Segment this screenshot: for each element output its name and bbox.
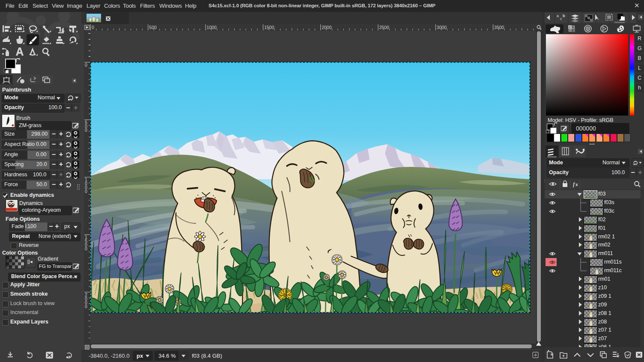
- svg-text:f: f: [573, 181, 575, 187]
- svg-text:500: 500: [149, 25, 157, 30]
- svg-text:0: 0: [85, 246, 87, 251]
- svg-text:x: x: [575, 182, 578, 187]
- svg-text:3500: 3500: [494, 25, 504, 30]
- svg-text:Y K: Y K: [569, 29, 574, 32]
- svg-text:2500: 2500: [379, 25, 390, 30]
- svg-text:3000: 3000: [437, 25, 447, 30]
- svg-text:C M: C M: [569, 26, 574, 29]
- svg-text:1500: 1500: [264, 25, 274, 30]
- svg-text:a: a: [557, 14, 559, 18]
- svg-text:1000: 1000: [207, 25, 217, 30]
- svg-text:0: 0: [85, 128, 87, 133]
- svg-text:0: 0: [92, 25, 94, 30]
- svg-text:c: c: [560, 17, 562, 21]
- svg-text:0: 0: [85, 62, 87, 68]
- svg-text:0: 0: [85, 304, 87, 309]
- svg-text:b: b: [563, 14, 565, 18]
- svg-text:2000: 2000: [322, 25, 332, 30]
- svg-text:0: 0: [85, 189, 87, 194]
